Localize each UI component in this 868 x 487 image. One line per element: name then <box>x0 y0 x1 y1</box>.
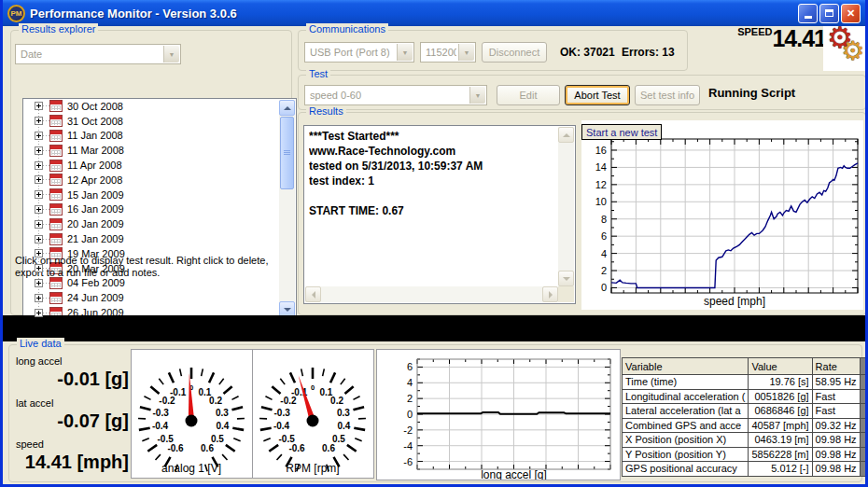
baud-combo[interactable]: 115200 ▼ <box>420 42 476 63</box>
tree-item-24-jun-2009[interactable]: 24 Jun 2009 <box>23 290 296 305</box>
speed-value: 14.41 [mph] <box>12 452 129 473</box>
close-button[interactable]: ✕ <box>841 4 861 23</box>
expand-plus-icon[interactable] <box>35 235 43 244</box>
scrollbar-corner <box>558 286 574 302</box>
tree-connector <box>43 120 49 121</box>
arrow-up-icon <box>563 133 570 137</box>
calendar-icon <box>49 145 63 157</box>
chevron-down-icon[interactable]: ▼ <box>397 44 413 61</box>
scroll-left-button[interactable] <box>305 286 321 302</box>
expand-plus-icon[interactable] <box>35 249 43 257</box>
table-header: Rate <box>812 358 860 375</box>
calendar-icon <box>49 188 63 201</box>
expand-plus-icon[interactable] <box>35 264 43 272</box>
tree-scrollbar[interactable] <box>279 100 295 317</box>
svg-text:-0.3: -0.3 <box>153 408 170 418</box>
tree-item-21-jan-2009[interactable]: 21 Jan 2009 <box>23 231 296 246</box>
tree-item-11-mar-2008[interactable]: 11 Mar 2008 <box>23 143 296 158</box>
edit-button[interactable]: Edit <box>497 85 560 105</box>
scroll-up-button[interactable] <box>279 100 295 116</box>
tree-item-20-jan-2009[interactable]: 20 Jan 2009 <box>23 216 296 231</box>
results-tree[interactable]: 30 Oct 200831 Oct 200811 Jan 200811 Mar … <box>22 98 297 319</box>
arrow-right-icon <box>549 291 553 299</box>
running-script-status: Running Script <box>708 86 795 100</box>
settings-gears-icon[interactable]: ⚙ ⚙ <box>823 26 868 71</box>
table-header: Variable <box>623 358 749 375</box>
tree-item-11-apr-2008[interactable]: 11 Apr 2008 <box>23 158 296 173</box>
expand-plus-icon[interactable] <box>35 190 43 199</box>
table-cell: 0051826 [g] <box>749 389 812 404</box>
scroll-right-button[interactable] <box>542 286 558 302</box>
minimize-button[interactable] <box>798 4 818 23</box>
tree-connector <box>43 209 49 210</box>
window-title: Performance Monitor - Version 3.0.6 <box>30 7 798 21</box>
table-cell: 0463.19 [m] <box>749 433 812 448</box>
tree-item-30-oct-2008[interactable]: 30 Oct 2008 <box>23 99 296 114</box>
tree-item-15-jan-2009[interactable]: 15 Jan 2009 <box>23 188 296 202</box>
svg-text:12: 12 <box>595 179 607 190</box>
tree-item-12-apr-2008[interactable]: 12 Apr 2008 <box>23 173 296 188</box>
expand-plus-icon[interactable] <box>35 132 43 140</box>
table-row: X Position (position X)0463.19 [m]09.98 … <box>623 433 867 448</box>
calendar-icon <box>49 174 63 186</box>
expand-plus-icon[interactable] <box>35 309 43 317</box>
expand-plus-icon[interactable] <box>35 117 43 125</box>
tree-connector <box>43 105 49 106</box>
expand-plus-icon[interactable] <box>35 294 43 302</box>
table-cell: Time (time) <box>623 375 749 390</box>
speed-readout-label: SPEED <box>737 26 772 37</box>
tree-item-31-oct-2008[interactable]: 31 Oct 2008 <box>23 114 296 129</box>
svg-text:0.3: 0.3 <box>216 408 229 418</box>
errors-count: Errors: 13 <box>622 46 675 59</box>
log-vertical-scrollbar[interactable] <box>558 127 574 286</box>
svg-text:4: 4 <box>601 248 607 259</box>
results-log[interactable]: ***Test Started*** www.Race-Technology.c… <box>303 125 576 304</box>
expand-plus-icon[interactable] <box>35 161 43 170</box>
expand-plus-icon[interactable] <box>35 205 43 214</box>
tree-item-16-jan-2009[interactable]: 16 Jan 2009 <box>23 202 296 217</box>
abort-test-button[interactable]: Abort Test <box>565 85 630 105</box>
tree-item-11-jan-2008[interactable]: 11 Jan 2008 <box>23 129 296 144</box>
expand-plus-icon[interactable] <box>35 146 43 155</box>
live-data-caption: Live data <box>17 338 64 349</box>
table-row: Time (time)19.76 [s]58.95 Hz <box>623 375 867 390</box>
calendar-icon <box>49 233 63 245</box>
scroll-up-button[interactable] <box>558 127 574 143</box>
speed-label: speed <box>16 438 44 450</box>
expand-plus-icon[interactable] <box>35 279 43 287</box>
calendar-icon <box>49 292 63 304</box>
maximize-button[interactable] <box>819 4 839 23</box>
chevron-down-icon[interactable]: ▼ <box>458 44 474 61</box>
tree-item-label: 21 Jan 2009 <box>67 233 124 244</box>
port-combo[interactable]: USB Port (Port 8) ▼ <box>304 42 414 63</box>
set-test-info-button[interactable]: Set test info <box>635 85 700 105</box>
disconnect-button[interactable]: Disconnect <box>482 42 547 63</box>
calendar-icon <box>49 115 63 127</box>
tree-connector <box>43 313 49 313</box>
date-filter-value: Date <box>21 49 161 60</box>
test-select-value: speed 0-60 <box>310 90 468 101</box>
svg-text:10: 10 <box>595 196 607 207</box>
start-new-test-button[interactable]: Start a new test <box>581 124 662 140</box>
log-horizontal-scrollbar[interactable] <box>305 286 558 302</box>
table-cell: 09.98 Hz <box>812 447 860 462</box>
table-cell: Y Position (position Y) <box>623 447 749 462</box>
chevron-down-icon[interactable]: ▼ <box>163 46 179 63</box>
chevron-down-icon[interactable]: ▼ <box>469 87 485 104</box>
app-window: PM Performance Monitor - Version 3.0.6 ✕… <box>0 0 868 487</box>
svg-text:-0.4: -0.4 <box>273 421 290 431</box>
expand-plus-icon[interactable] <box>35 175 43 184</box>
expand-plus-icon[interactable] <box>35 102 43 110</box>
expand-plus-icon[interactable] <box>35 220 43 229</box>
long-accel-chart: -6-4-20246long accel [g] <box>377 350 620 480</box>
svg-text:long accel [g]: long accel [g] <box>481 468 547 480</box>
tree-item-label: 12 Apr 2008 <box>67 174 122 186</box>
test-select-combo[interactable]: speed 0-60 ▼ <box>304 85 487 105</box>
date-filter-combo[interactable]: Date ▼ <box>15 44 181 64</box>
table-cell: Fast <box>812 389 860 404</box>
scrollbar-thumb[interactable] <box>280 117 294 189</box>
calendar-icon <box>49 160 63 172</box>
calendar-icon <box>49 218 63 230</box>
scroll-down-button[interactable] <box>558 271 574 286</box>
table-cell: 09.98 Hz <box>812 462 860 477</box>
